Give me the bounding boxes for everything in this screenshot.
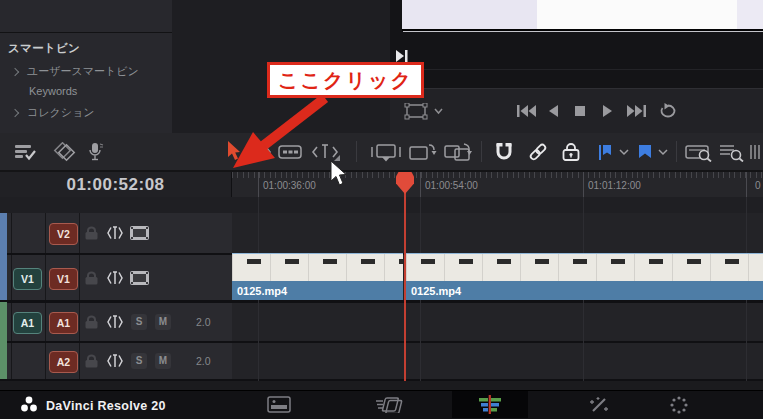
- track-row-v2: V2: [0, 213, 763, 253]
- sidebar-item-collections[interactable]: コレクション: [0, 103, 172, 122]
- clip-thumbnail-filmstrip: [232, 254, 403, 281]
- viewer-frame-edge-highlight: [403, 31, 763, 32]
- status-bar: DaVinci Resolve 20: [0, 390, 763, 419]
- track-header-v1[interactable]: V1 V1: [0, 255, 232, 300]
- ruler-major-tick: [420, 172, 421, 197]
- timeline-view-options-button[interactable]: [12, 133, 42, 170]
- sidebar-item-user-smart-bins[interactable]: ユーザースマートビン: [0, 62, 172, 81]
- sidebar-item-label: ユーザースマートビン: [27, 64, 139, 79]
- ruler-label-partial: 0: [755, 180, 761, 191]
- viewer-region-tool-dropdown[interactable]: [404, 103, 444, 120]
- toolbar-divider: [356, 141, 357, 162]
- page-tab-edit-active[interactable]: [452, 391, 528, 418]
- track-header-a1[interactable]: A1 A1 S M 2.0: [0, 303, 232, 341]
- viewer-divider: [390, 69, 763, 70]
- ruler-major-tick: [583, 172, 584, 197]
- smart-bins-heading: スマートビン: [8, 41, 172, 56]
- ruler-label: 01:01:12:00: [588, 180, 641, 191]
- snapping-magnet-button[interactable]: [490, 133, 518, 170]
- overwrite-clip-button[interactable]: [406, 133, 438, 170]
- mute-button[interactable]: M: [155, 314, 171, 330]
- play-button[interactable]: [600, 103, 614, 119]
- toolbar-divider: [676, 141, 677, 162]
- solo-button[interactable]: S: [131, 314, 147, 330]
- track-content-a2[interactable]: [232, 343, 763, 379]
- audio-channels-label: 2.0: [196, 316, 211, 328]
- page-tab-cut[interactable]: [368, 391, 410, 418]
- toolbar-divider: [481, 141, 482, 162]
- link-clips-button[interactable]: [524, 133, 552, 170]
- track-auto-select-icon[interactable]: [106, 354, 124, 369]
- sidebar-item-label: Keywords: [29, 85, 77, 97]
- mouse-cursor: [329, 160, 349, 188]
- page-tab-color[interactable]: [658, 391, 700, 418]
- track-badge-v2[interactable]: V2: [49, 223, 78, 245]
- go-to-first-frame-button[interactable]: [515, 103, 537, 119]
- track-badge-v1[interactable]: V1: [49, 268, 78, 290]
- track-auto-select-icon[interactable]: [106, 270, 124, 285]
- loop-playback-button[interactable]: [658, 103, 678, 120]
- timeline-viewer-panel: [390, 0, 763, 133]
- ruler-label: 01:00:36:00: [263, 180, 316, 191]
- sidebar-item-label: コレクション: [27, 105, 95, 120]
- track-enable-icon[interactable]: [130, 271, 149, 285]
- playhead-line[interactable]: [404, 172, 406, 381]
- voiceover-mic-button[interactable]: [85, 133, 109, 170]
- track-content-a1[interactable]: [232, 303, 763, 341]
- chevron-right-icon: [11, 108, 19, 116]
- track-lock-icon[interactable]: [84, 226, 99, 240]
- custom-zoom-button[interactable]: [749, 133, 763, 170]
- flag-dropdown-chevron[interactable]: [616, 133, 632, 170]
- annotation-arrow: [225, 94, 340, 174]
- davinci-resolve-logo: [20, 396, 38, 413]
- solo-button[interactable]: S: [131, 353, 147, 369]
- track-row-a2: A2 S M 2.0: [0, 343, 763, 379]
- flag-button[interactable]: [594, 133, 616, 170]
- stop-button[interactable]: [573, 103, 587, 119]
- track-lock-icon[interactable]: [84, 315, 99, 329]
- timeline-ruler[interactable]: 01:00:36:00 01:00:54:00 01:01:12:00 0: [232, 172, 763, 197]
- full-extent-zoom-button[interactable]: [683, 133, 715, 170]
- go-to-last-frame-button[interactable]: [626, 103, 648, 119]
- viewer-video-frame-right: [737, 0, 763, 29]
- marker-button[interactable]: [634, 133, 656, 170]
- sidebar-item-keywords[interactable]: Keywords: [0, 81, 172, 100]
- annotation-callout-box: ここクリック: [267, 62, 424, 98]
- sidebar-header-space: [0, 0, 172, 33]
- edit-toolbar: [0, 133, 763, 172]
- track-lock-icon[interactable]: [84, 354, 99, 368]
- track-header-a2[interactable]: A2 S M 2.0: [0, 343, 232, 379]
- replace-clip-button[interactable]: [441, 133, 475, 170]
- timeline-top-gap: [0, 197, 763, 213]
- timeline-timecode-display[interactable]: 01:00:52:08: [0, 172, 232, 197]
- detail-zoom-button[interactable]: [716, 133, 746, 170]
- page-tab-media[interactable]: [258, 391, 300, 418]
- timeline-clip[interactable]: 0125.mp4: [406, 253, 763, 300]
- ruler-major-tick: [258, 172, 259, 197]
- track-content-v2[interactable]: [232, 213, 763, 253]
- timecode-value: 01:00:52:08: [66, 175, 164, 195]
- timeline-clip[interactable]: 0125.mp4: [232, 253, 403, 300]
- track-auto-select-icon[interactable]: [106, 226, 124, 241]
- destination-badge-a1[interactable]: A1: [13, 312, 42, 334]
- track-auto-select-icon[interactable]: [106, 315, 124, 330]
- video-tracks-scroll-strip[interactable]: [0, 213, 7, 300]
- insert-clip-button[interactable]: [368, 133, 404, 170]
- play-reverse-button[interactable]: [546, 103, 560, 119]
- track-badge-a2[interactable]: A2: [49, 351, 78, 373]
- viewer-video-frame-center: [537, 0, 737, 29]
- audio-tracks-scroll-strip[interactable]: [0, 302, 7, 379]
- page-tab-fusion[interactable]: [578, 391, 620, 418]
- timeline-horizontal-scrollbar[interactable]: [0, 381, 763, 390]
- destination-badge-v1[interactable]: V1: [13, 268, 42, 290]
- track-header-v2[interactable]: V2: [0, 213, 232, 253]
- app-name-label: DaVinci Resolve 20: [46, 391, 166, 419]
- track-enable-icon[interactable]: [130, 226, 149, 240]
- track-lock-icon[interactable]: [84, 271, 99, 285]
- stacked-timelines-button[interactable]: [48, 133, 78, 170]
- track-badge-a1[interactable]: A1: [49, 312, 78, 334]
- marker-dropdown-chevron[interactable]: [655, 133, 671, 170]
- position-lock-button[interactable]: [557, 133, 585, 170]
- clip-name-label: 0125.mp4: [406, 281, 763, 300]
- mute-button[interactable]: M: [155, 353, 171, 369]
